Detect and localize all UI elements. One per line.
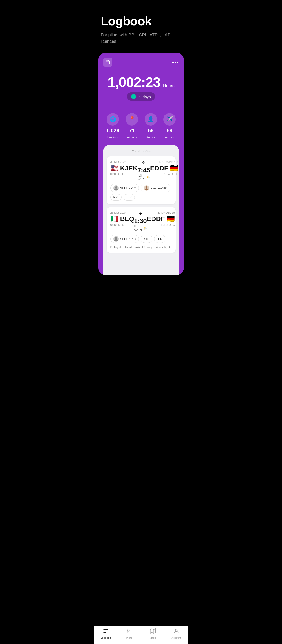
more-options-icon[interactable]: ••• bbox=[172, 59, 179, 66]
svg-point-6 bbox=[115, 237, 117, 239]
flight-aircraft: D-QRST•B738 bbox=[150, 160, 178, 164]
tag-label: Zwager•SIC bbox=[151, 186, 167, 190]
flight-top: 31 Mar 2024 🇺🇸 KJFK 06:00 UTC ✈ 7:45 ILS… bbox=[110, 160, 172, 181]
page-title: Logbook bbox=[101, 14, 181, 28]
flight-aircraft: D-IJKL•B738 bbox=[147, 211, 175, 214]
flights-section: March 2024 31 Mar 2024 🇺🇸 KJFK 06:00 UTC… bbox=[103, 145, 179, 275]
airports-number: 71 bbox=[129, 128, 135, 134]
flight-dep-time: 08:58 UTC bbox=[110, 223, 134, 227]
flight-tags: SELF • PIC SIC IFR bbox=[110, 235, 172, 243]
tag-ifr: IFR bbox=[154, 235, 165, 243]
flight-dest: D-IJKL•B738 EDDF 🇩🇪 10:28 UTC bbox=[147, 211, 175, 227]
flight-date: 31 Mar 2024 bbox=[110, 160, 138, 164]
flight-arr-time: 13:45 UTC bbox=[150, 172, 178, 176]
card-header: ••• bbox=[103, 58, 179, 67]
pilot-avatar bbox=[113, 186, 119, 191]
dest-code: EDDF bbox=[150, 164, 168, 172]
tag-sic: SIC bbox=[141, 235, 152, 243]
tag-label: IFR bbox=[127, 196, 132, 199]
flight-note: Delay due to late arrival from previous … bbox=[110, 245, 172, 249]
airports-label: Airports bbox=[127, 136, 137, 139]
stat-people[interactable]: 👤 56 People bbox=[145, 113, 157, 139]
origin-flag: 🇮🇹 bbox=[110, 215, 119, 223]
landings-label: Landings bbox=[107, 136, 119, 139]
svg-rect-0 bbox=[106, 61, 109, 64]
flight-duration: 7:45 bbox=[138, 166, 150, 174]
stat-landings[interactable]: 🌐 1,029 Landings bbox=[106, 113, 119, 139]
days-label: 90 days bbox=[137, 95, 151, 99]
plane-icon: ✈ bbox=[142, 160, 146, 166]
flight-arr-time: 10:28 UTC bbox=[147, 223, 175, 227]
origin-flag: 🇺🇸 bbox=[110, 164, 119, 172]
flight-top: 25 Mar 2024 🇮🇹 BLQ 08:58 UTC ✈ 1:30 ILS … bbox=[110, 211, 172, 232]
days-badge: ✓ 90 days bbox=[127, 92, 155, 100]
dest-flag: 🇩🇪 bbox=[170, 164, 178, 172]
flight-origin: 31 Mar 2024 🇺🇸 KJFK 06:00 UTC bbox=[110, 160, 138, 176]
dest-code: EDDF bbox=[147, 215, 165, 223]
flight-card[interactable]: 31 Mar 2024 🇺🇸 KJFK 06:00 UTC ✈ 7:45 ILS… bbox=[106, 156, 176, 204]
people-icon: 👤 bbox=[145, 113, 157, 126]
aircraft-number: 59 bbox=[167, 128, 172, 134]
airports-icon: 📍 bbox=[126, 113, 138, 126]
flight-iata-dest: EDDF 🇩🇪 bbox=[147, 215, 175, 223]
page-subtitle: For pilots with PPL, CPL, ATPL, LAPL lic… bbox=[101, 32, 181, 45]
origin-code: KJFK bbox=[120, 164, 138, 172]
flight-center: ✈ 7:45 ILS CAT•1🌤️ bbox=[138, 160, 150, 181]
flight-approach: ILS CAT•1🌤️ bbox=[138, 174, 150, 181]
flight-iata-dest: EDDF 🇩🇪 bbox=[150, 164, 178, 172]
svg-point-4 bbox=[115, 186, 117, 188]
tag-self-pic[interactable]: SELF • PIC bbox=[110, 184, 139, 192]
flight-tags: SELF • PIC Zwager•SIC PIC IFR bbox=[110, 184, 172, 200]
flight-approach: ILS CAT•1🌤️ bbox=[134, 225, 147, 232]
pilot-avatar bbox=[113, 236, 119, 242]
hours-section: 1,002:23 Hours ✓ 90 days bbox=[103, 74, 179, 107]
tag-self-pic[interactable]: SELF • PIC bbox=[110, 235, 139, 243]
aircraft-icon: ✈️ bbox=[163, 113, 176, 126]
people-number: 56 bbox=[148, 128, 154, 134]
flight-card[interactable]: 25 Mar 2024 🇮🇹 BLQ 08:58 UTC ✈ 1:30 ILS … bbox=[106, 207, 176, 253]
landings-icon: 🌐 bbox=[106, 113, 119, 126]
tag-label: IFR bbox=[157, 237, 162, 241]
dest-flag: 🇩🇪 bbox=[166, 215, 175, 223]
svg-point-5 bbox=[146, 186, 147, 188]
calendar-icon[interactable] bbox=[103, 58, 112, 67]
stat-airports[interactable]: 📍 71 Airports bbox=[126, 113, 138, 139]
flight-duration: 1:30 bbox=[134, 217, 147, 225]
page-header: Logbook For pilots with PPL, CPL, ATPL, … bbox=[94, 0, 188, 47]
tag-label: SIC bbox=[144, 237, 149, 241]
aircraft-label: Aircraft bbox=[165, 136, 174, 139]
flight-origin: 25 Mar 2024 🇮🇹 BLQ 08:58 UTC bbox=[110, 211, 134, 227]
summary-card: ••• 1,002:23 Hours ✓ 90 days 🌐 1,029 Lan… bbox=[98, 53, 184, 275]
flight-dep-time: 06:00 UTC bbox=[110, 172, 138, 176]
flight-iata-origin: 🇮🇹 BLQ bbox=[110, 215, 134, 223]
flight-iata-origin: 🇺🇸 KJFK bbox=[110, 164, 138, 172]
tag-zwager-sic[interactable]: Zwager•SIC bbox=[141, 184, 170, 192]
people-label: People bbox=[146, 136, 155, 139]
hours-label: Hours bbox=[163, 84, 175, 88]
landings-number: 1,029 bbox=[106, 128, 119, 134]
flight-center: ✈ 1:30 ILS CAT•1🌤️ bbox=[134, 211, 147, 232]
flight-dest: D-QRST•B738 EDDF 🇩🇪 13:45 UTC bbox=[150, 160, 178, 176]
stat-aircraft[interactable]: ✈️ 59 Aircraft bbox=[163, 113, 176, 139]
tag-pic: PIC bbox=[110, 194, 122, 200]
tag-label: SELF • PIC bbox=[120, 186, 136, 190]
plane-icon: ✈ bbox=[139, 211, 142, 216]
stats-row: 🌐 1,029 Landings 📍 71 Airports 👤 56 Peop… bbox=[103, 111, 179, 146]
flight-date: 25 Mar 2024 bbox=[110, 211, 134, 214]
origin-code: BLQ bbox=[120, 215, 134, 223]
tag-label: PIC bbox=[113, 196, 119, 199]
tag-ifr: IFR bbox=[124, 194, 135, 200]
zwager-avatar bbox=[144, 186, 149, 191]
check-icon: ✓ bbox=[131, 94, 136, 99]
total-hours: 1,002:23 bbox=[107, 74, 160, 90]
month-label: March 2024 bbox=[103, 145, 179, 156]
tag-label: SELF • PIC bbox=[120, 237, 136, 241]
